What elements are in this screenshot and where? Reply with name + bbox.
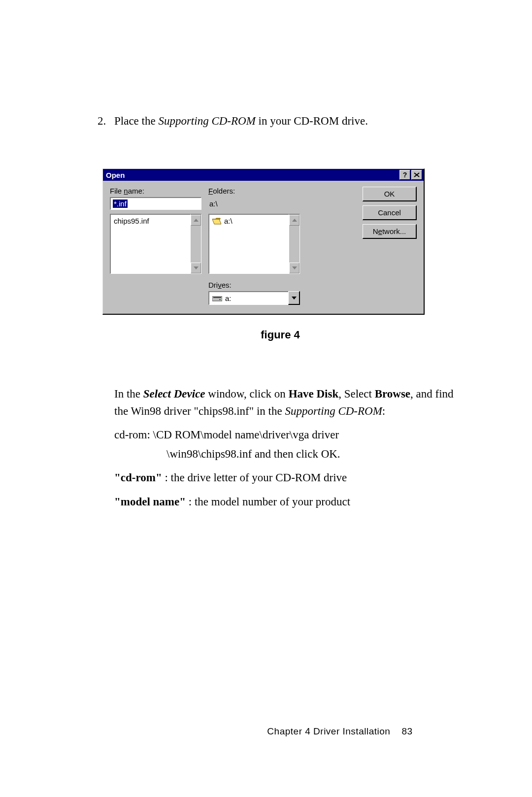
- svg-marker-11: [292, 297, 297, 299]
- drives-label: Drives:: [208, 281, 300, 289]
- file-scrollbar[interactable]: [191, 214, 201, 274]
- svg-marker-5: [212, 219, 221, 224]
- page-footer: Chapter 4 Driver Installation 83: [0, 726, 532, 737]
- cancel-button[interactable]: Cancel: [363, 205, 417, 220]
- list-item[interactable]: chips95.inf: [114, 216, 187, 226]
- ok-button[interactable]: OK: [363, 187, 417, 201]
- svg-rect-9: [213, 297, 221, 298]
- scroll-up-icon[interactable]: [289, 215, 299, 226]
- folder-listbox[interactable]: a:\: [208, 214, 289, 274]
- dialog-title: Open: [106, 171, 399, 179]
- drive-icon: [212, 296, 222, 301]
- body-paragraph-2: cd-rom: \CD ROM\model name\driver\vga dr…: [114, 427, 458, 444]
- body-paragraph-4: "model name" : the model number of your …: [114, 494, 458, 511]
- file-name-input[interactable]: *.inf: [110, 197, 201, 210]
- close-icon: [414, 172, 420, 177]
- titlebar: Open ?: [103, 169, 424, 181]
- folders-path: a:\: [208, 197, 300, 210]
- file-listbox[interactable]: chips95.inf: [110, 214, 191, 274]
- svg-marker-3: [194, 266, 199, 269]
- open-dialog: Open ? File name: *.inf chips95.inf: [102, 168, 425, 315]
- body-paragraph-1: In the Select Device window, click on Ha…: [114, 386, 458, 420]
- close-button[interactable]: [411, 170, 422, 180]
- svg-marker-2: [194, 219, 199, 222]
- chevron-down-icon[interactable]: [288, 291, 300, 305]
- scroll-up-icon[interactable]: [191, 215, 201, 226]
- help-button[interactable]: ?: [399, 170, 410, 180]
- scroll-down-icon[interactable]: [289, 263, 299, 273]
- body-paragraph-3: "cd-rom" : the drive letter of your CD-R…: [114, 469, 458, 487]
- folder-open-icon: [212, 218, 221, 225]
- folders-label: Folders:: [208, 187, 300, 195]
- svg-marker-6: [292, 219, 297, 222]
- figure-caption: figure 4: [102, 329, 458, 341]
- scroll-down-icon[interactable]: [191, 263, 201, 273]
- svg-marker-7: [292, 266, 297, 269]
- svg-rect-10: [219, 299, 221, 300]
- file-name-label: File name:: [110, 187, 201, 195]
- list-item[interactable]: a:\: [212, 216, 286, 226]
- network-button[interactable]: Network...: [363, 224, 417, 239]
- folder-scrollbar[interactable]: [289, 214, 300, 274]
- step-instruction: 2.Place the Supporting CD-ROM in your CD…: [98, 113, 458, 129]
- body-paragraph-2b: \win98\chips98.inf and then click OK.: [114, 446, 458, 463]
- drives-combobox[interactable]: a:: [208, 291, 300, 305]
- step-number: 2.: [98, 113, 114, 129]
